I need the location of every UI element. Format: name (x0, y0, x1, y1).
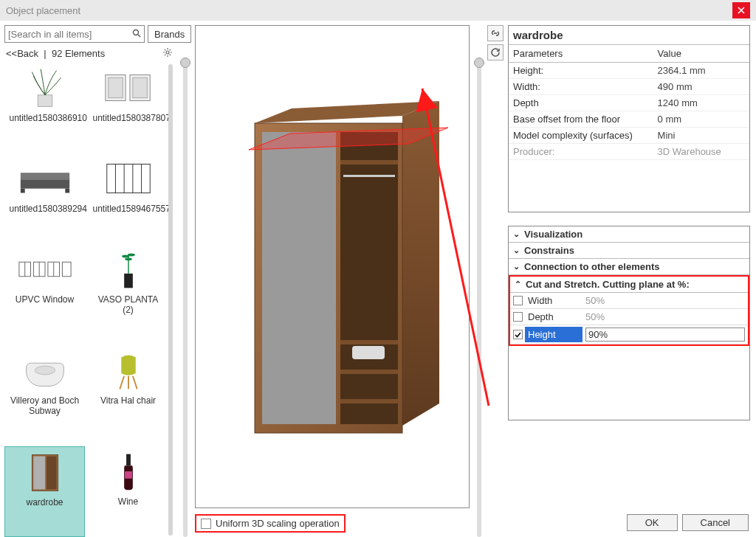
library-item[interactable]: untitled1580389294 (4, 153, 85, 243)
library-grid: untitled1580386910 untitled1580387807 un… (4, 63, 168, 537)
svg-marker-37 (402, 101, 439, 426)
svg-rect-46 (343, 175, 395, 177)
svg-rect-7 (20, 179, 69, 189)
thumb-sofa (16, 155, 75, 202)
cut-width-checkbox[interactable] (513, 296, 523, 305)
library-panel: Brands <<Back | 92 Elements untitled1580… (0, 21, 177, 537)
library-item[interactable]: VASO PLANTA (2) (88, 244, 168, 344)
param-row: Width:490 mm (509, 79, 749, 95)
vertical-divider-left[interactable] (177, 21, 193, 537)
preview-panel: Uniform 3D scaling operation (193, 21, 471, 537)
thumb-plant (16, 64, 75, 111)
cut-stretch-section: ⌃Cut and Stretch. Cutting plane at %: Wi… (509, 275, 749, 346)
thumb-mirror (99, 155, 158, 202)
dialog-footer: OK Cancel (627, 514, 749, 531)
refresh-icon[interactable] (487, 44, 504, 60)
svg-rect-11 (106, 164, 150, 193)
accordion-constrains[interactable]: ⌄Constrains (509, 243, 749, 258)
thumb-window (16, 246, 75, 293)
chevron-down-icon: ⌄ (513, 262, 520, 271)
svg-point-27 (125, 257, 132, 260)
svg-rect-2 (38, 95, 52, 107)
svg-rect-42 (340, 160, 398, 164)
thumb-frames (99, 64, 158, 111)
library-item[interactable]: Villeroy and Boch Subway (4, 345, 85, 445)
svg-rect-35 (126, 454, 131, 466)
cut-row-width[interactable]: Width 50% (510, 293, 748, 309)
object-name: wardrobe (509, 26, 568, 44)
accordion-box: ⌄Visualization ⌄Constrains ⌄Connection t… (508, 226, 750, 420)
thumb-wardrobe (16, 448, 75, 496)
svg-rect-45 (340, 399, 398, 403)
search-box[interactable] (4, 25, 145, 43)
cut-height-checkbox[interactable] (513, 330, 523, 339)
uniform-scaling-row: Uniform 3D scaling operation (195, 514, 346, 533)
library-item[interactable]: untitled1589467557 (88, 153, 168, 243)
chevron-down-icon: ⌄ (513, 229, 520, 239)
param-row: Depth1240 mm (509, 95, 749, 111)
preview-3d[interactable] (195, 25, 470, 508)
chevron-down-icon: ⌄ (513, 246, 520, 255)
param-row: Producer:3D Warehouse (509, 144, 749, 160)
svg-rect-40 (262, 132, 336, 424)
library-item[interactable]: UPVC Window (4, 244, 85, 344)
cut-depth-checkbox[interactable] (513, 312, 523, 322)
svg-rect-44 (340, 370, 398, 374)
svg-rect-34 (46, 457, 56, 490)
svg-rect-33 (33, 457, 45, 490)
titlebar: Object placement (0, 0, 756, 21)
ok-button[interactable]: OK (627, 514, 678, 531)
link-icon[interactable] (487, 25, 504, 41)
thumb-vase (99, 246, 158, 293)
cut-row-height[interactable]: Height (510, 325, 748, 344)
cut-height-input[interactable] (585, 328, 745, 342)
gear-icon[interactable] (162, 47, 173, 60)
close-button[interactable] (732, 2, 750, 18)
svg-line-29 (120, 376, 124, 389)
svg-rect-6 (132, 77, 147, 97)
uniform-scaling-checkbox[interactable] (201, 519, 211, 529)
svg-rect-47 (352, 346, 385, 359)
param-row: Model complexity (surfaces)Mini (509, 128, 749, 144)
close-icon (738, 7, 745, 14)
param-row: Base offset from the floor0 mm (509, 111, 749, 128)
svg-line-30 (132, 376, 137, 389)
thumb-wine (99, 448, 158, 495)
cancel-button[interactable]: Cancel (682, 514, 749, 531)
accordion-connection[interactable]: ⌄Connection to other elements (509, 259, 749, 274)
param-header: Parameters Value (509, 44, 749, 63)
param-row: Height:2364.1 mm (509, 63, 749, 79)
svg-rect-23 (124, 274, 133, 288)
uniform-scaling-label: Uniform 3D scaling operation (216, 518, 340, 529)
accordion-visualization[interactable]: ⌄Visualization (509, 226, 749, 242)
library-item[interactable]: Vitra Hal chair (88, 345, 168, 445)
library-item[interactable]: untitled1580386910 (4, 63, 85, 152)
library-scrollbar[interactable] (168, 64, 173, 536)
properties-panel: wardrobe Parameters Value Height:2364.1 … (505, 21, 756, 537)
window-title: Object placement (6, 5, 80, 16)
svg-point-28 (35, 366, 55, 375)
vertical-divider-right[interactable] (471, 21, 487, 537)
accordion-cut-stretch[interactable]: ⌃Cut and Stretch. Cutting plane at %: (510, 277, 748, 293)
svg-rect-19 (62, 262, 71, 277)
back-link[interactable]: <<Back | 92 Elements (6, 48, 105, 59)
library-item[interactable]: untitled1580387807 (88, 63, 168, 152)
library-item[interactable]: Wine (88, 446, 168, 537)
search-input[interactable] (8, 29, 132, 40)
right-tool-column (487, 21, 505, 537)
svg-point-26 (128, 253, 135, 256)
svg-rect-9 (20, 188, 24, 193)
thumb-toilet (16, 347, 75, 394)
svg-rect-43 (340, 340, 398, 344)
chevron-up-icon: ⌃ (515, 280, 521, 289)
library-item-selected[interactable]: wardrobe (4, 446, 85, 537)
cut-row-depth[interactable]: Depth 50% (510, 309, 748, 325)
wardrobe-3d-icon (210, 86, 454, 448)
svg-rect-36 (125, 471, 132, 479)
svg-rect-10 (65, 188, 69, 193)
svg-rect-8 (20, 173, 69, 180)
parameters-box: wardrobe Parameters Value Height:2364.1 … (508, 25, 750, 212)
svg-point-0 (134, 30, 139, 35)
search-icon (132, 29, 141, 40)
svg-point-1 (166, 51, 169, 54)
